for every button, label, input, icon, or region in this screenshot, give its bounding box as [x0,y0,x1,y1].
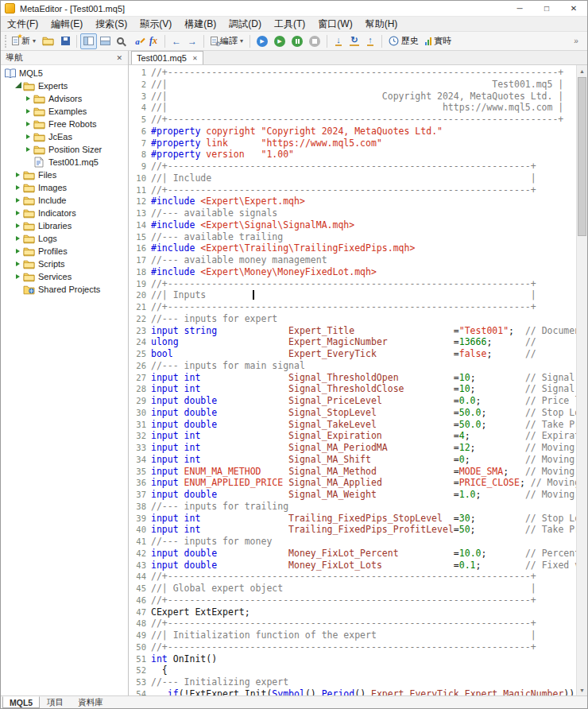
menu-item-w[interactable]: 窗口(W) [311,17,358,31]
play-green-icon: ▶ [274,36,285,47]
expand-arrow-icon[interactable] [14,209,22,217]
expand-arrow-icon[interactable] [14,196,22,204]
expand-arrow-icon[interactable] [24,120,33,128]
step-into-button[interactable]: ↓ [331,33,346,49]
star-icon: ★ [17,33,23,40]
navigate-forward-button[interactable]: → [184,33,200,49]
step-over-icon: ↻ [350,36,358,46]
tree-item-include[interactable]: Include [1,194,128,207]
step-into-icon: ↓ [335,36,342,46]
expand-arrow-icon[interactable] [14,260,22,268]
debug-stop-button[interactable] [306,33,323,49]
tree-item-test001-mq5[interactable]: Test001.mq5 [1,156,128,169]
scrollbar-thumb[interactable] [578,77,586,236]
search-button[interactable] [114,33,130,49]
tree-item-position-sizer[interactable]: Position Sizer [1,143,128,156]
menu-item-b[interactable]: 構建(B) [178,17,222,31]
debug-real-data-button[interactable]: ▶ [253,33,271,49]
code-line-36: input ENUM_APPLIED_PRICE Signal_MA_Appli… [151,477,576,489]
code-line-28: input int Signal_ThresholdClose =10; // … [151,383,576,395]
profiler-realtime-button[interactable]: 實時 [422,33,455,49]
line-number: 7 [129,138,146,149]
expand-arrow-icon[interactable] [24,107,33,115]
styler-button[interactable]: a [130,33,145,49]
expand-arrow-icon[interactable] [14,247,22,255]
tree-item-experts[interactable]: Experts [1,79,128,92]
save-button[interactable] [57,33,73,49]
menu-item-t[interactable]: 工具(T) [268,17,311,31]
status-tab-[interactable]: 資料庫 [71,696,110,708]
open-file-button[interactable] [39,33,57,49]
debug-pause-button[interactable] [288,33,306,49]
tree-item-advisors[interactable]: Advisors [1,92,128,105]
scroll-up-arrow[interactable]: ▲ [577,65,587,76]
expand-arrow-icon[interactable] [24,95,33,103]
debug-start-button[interactable]: ▶ [271,33,288,49]
scroll-down-arrow[interactable]: ▼ [577,684,587,695]
toolbar-overflow-button[interactable]: » [568,33,584,49]
expand-arrow-icon[interactable] [14,273,22,281]
chevron-down-icon: ▾ [240,37,243,45]
code-line-33: input int Signal_MA_PeriodMA =12; // Mov… [151,442,576,454]
tree-item-scripts[interactable]: Scripts [1,258,128,270]
vertical-scrollbar[interactable]: ▲ ▼ [576,65,587,695]
status-bar: MQL5項目資料庫 [1,695,587,708]
status-tab-[interactable]: 項目 [40,696,71,708]
collapse-arrow-icon[interactable] [14,82,22,90]
expand-arrow-icon[interactable] [14,171,22,179]
tree-item-free-robots[interactable]: Free Robots [1,118,128,130]
tree-item-jceas[interactable]: JcEas [1,130,128,143]
toolbar-grip [5,35,6,48]
status-tab-mql5[interactable]: MQL5 [2,696,40,708]
navigator-close-icon[interactable]: ✕ [114,54,125,62]
tree-item-label: Test001.mq5 [48,157,99,167]
folder-icon [23,81,37,91]
close-button[interactable]: ✕ [560,1,587,16]
profiler-history-button[interactable]: 歷史 [385,33,422,49]
tree-item-services[interactable]: Services [1,270,128,283]
menu-item-d[interactable]: 調試(D) [222,17,268,31]
tree-item-mql5[interactable]: MQL5 [1,67,128,79]
toolbar-separator [327,35,327,48]
tree-item-files[interactable]: Files [1,169,128,181]
minimize-button[interactable]: ─ [506,1,533,16]
tree-item-libraries[interactable]: Libraries [1,219,128,232]
line-number: 49 [129,630,146,641]
code-line-29: input double Signal_PriceLevel =0.0; // … [151,395,576,407]
tab-close-icon[interactable]: ✕ [192,55,198,62]
code-line-19: //+-------------------------------------… [151,278,576,290]
tree-item-profiles[interactable]: Profiles [1,245,128,258]
tree-item-examples[interactable]: Examples [1,105,128,118]
menu-item-v[interactable]: 顯示(V) [133,17,178,31]
maximize-button[interactable]: □ [533,1,560,16]
menu-item-h[interactable]: 幫助(H) [359,17,404,31]
menu-item-s[interactable]: 搜索(S) [89,17,133,31]
tree-item-indicators[interactable]: Indicators [1,207,128,219]
new-file-button[interactable]: ★ 新 ▾ [9,33,39,49]
navigator-toggle-button[interactable] [80,33,97,49]
expand-arrow-icon[interactable] [24,133,33,141]
tree-item-shared-projects[interactable]: Shared Projects [1,283,128,296]
expand-arrow-icon[interactable] [14,222,22,230]
code-line-41: //--- inputs for money [151,536,576,548]
code-line-49: //| Initialization function of the exper… [151,630,576,641]
menu-item-e[interactable]: 編輯(E) [44,17,89,31]
tree-item-images[interactable]: Images [1,181,128,194]
expand-arrow-icon[interactable] [24,145,33,153]
line-number: 42 [129,548,146,560]
step-over-button[interactable]: ↻ [346,33,362,49]
line-number: 6 [129,126,146,138]
compile-button[interactable]: ⚙ 編譯 ▾ [207,33,246,49]
step-out-button[interactable]: ↑ [362,33,378,49]
expand-arrow-icon[interactable] [14,184,22,192]
toolbox-toggle-button[interactable] [97,33,114,49]
shared-icon [23,285,37,295]
tab-test001[interactable]: Test001.mq5 ✕ [131,51,203,64]
expand-arrow-icon[interactable] [14,234,22,242]
code-line-8: #property version "1.00" [151,149,576,161]
tree-item-logs[interactable]: Logs [1,232,128,245]
navigate-back-button[interactable]: ← [168,33,184,49]
code-editor[interactable]: //+-------------------------------------… [151,65,576,695]
function-browser-button[interactable]: fx [145,33,161,49]
menu-item-f[interactable]: 文件(F) [1,17,44,31]
